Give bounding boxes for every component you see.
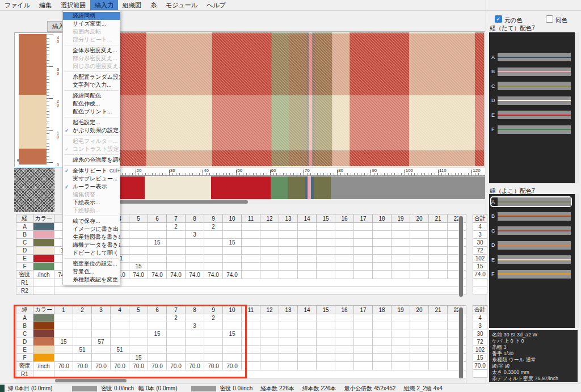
- value-cell[interactable]: [373, 255, 391, 263]
- value-cell[interactable]: [335, 354, 354, 362]
- value-cell[interactable]: 51: [73, 346, 92, 354]
- color-cell[interactable]: [33, 223, 54, 231]
- value-cell[interactable]: [242, 322, 260, 330]
- dropdown-item[interactable]: ✓かぶり効果の設定...: [63, 127, 120, 134]
- menubar-item[interactable]: ヘルプ: [202, 0, 230, 10]
- density-cell[interactable]: [391, 271, 410, 279]
- value-cell[interactable]: [92, 330, 111, 338]
- weft-swatch-E[interactable]: E: [491, 255, 571, 264]
- value-cell[interactable]: [429, 263, 448, 271]
- warp-swatch-A[interactable]: A: [491, 53, 571, 61]
- dropdown-item[interactable]: ✓全体リピートCtrl+R: [63, 167, 120, 175]
- value-cell[interactable]: [260, 239, 279, 247]
- value-cell[interactable]: [317, 247, 335, 255]
- value-cell[interactable]: [148, 247, 167, 255]
- value-cell[interactable]: [373, 354, 391, 362]
- value-cell[interactable]: [391, 223, 410, 231]
- dropdown-item[interactable]: 縞で保存...: [63, 217, 120, 225]
- value-cell[interactable]: 15: [54, 338, 73, 346]
- value-cell[interactable]: [298, 263, 317, 271]
- value-cell[interactable]: [167, 239, 186, 247]
- value-cell[interactable]: [223, 247, 242, 255]
- value-cell[interactable]: [391, 322, 410, 330]
- dropdown-item[interactable]: 糸配置ランダム設定...: [63, 73, 120, 81]
- value-cell[interactable]: [335, 255, 354, 263]
- table-hscrollbar[interactable]: [16, 378, 466, 383]
- value-cell[interactable]: [279, 314, 298, 322]
- value-cell[interactable]: [260, 338, 279, 346]
- value-cell[interactable]: [111, 322, 129, 330]
- density-cell[interactable]: [260, 362, 279, 370]
- warp-swatch-D[interactable]: D: [491, 96, 571, 105]
- value-cell[interactable]: [410, 247, 429, 255]
- value-cell[interactable]: [242, 223, 260, 231]
- value-cell[interactable]: 2: [204, 223, 223, 231]
- menubar-item[interactable]: 編集: [35, 0, 56, 10]
- value-cell[interactable]: [54, 354, 73, 362]
- density-cell[interactable]: 74.0: [204, 271, 223, 279]
- value-cell[interactable]: [335, 322, 354, 330]
- value-cell[interactable]: 2: [167, 223, 186, 231]
- value-cell[interactable]: [260, 314, 279, 322]
- value-cell[interactable]: [298, 247, 317, 255]
- value-cell[interactable]: [354, 314, 373, 322]
- density-cell[interactable]: [429, 271, 448, 279]
- weft-color-strip[interactable]: [19, 34, 47, 165]
- menubar-item[interactable]: 組織図: [118, 0, 146, 10]
- value-cell[interactable]: [92, 346, 111, 354]
- value-cell[interactable]: [279, 330, 298, 338]
- value-cell[interactable]: [186, 338, 204, 346]
- value-cell[interactable]: [279, 223, 298, 231]
- value-cell[interactable]: [260, 255, 279, 263]
- value-cell[interactable]: [373, 338, 391, 346]
- value-cell[interactable]: [279, 322, 298, 330]
- value-cell[interactable]: [148, 263, 167, 271]
- value-cell[interactable]: [167, 354, 186, 362]
- value-cell[interactable]: [298, 223, 317, 231]
- value-cell[interactable]: [186, 263, 204, 271]
- color-cell[interactable]: [33, 263, 54, 271]
- value-cell[interactable]: 15: [148, 330, 167, 338]
- warp-swatch-B[interactable]: B: [491, 68, 571, 76]
- value-cell[interactable]: [204, 330, 223, 338]
- density-cell[interactable]: [279, 271, 298, 279]
- menubar-item[interactable]: ファイル: [0, 0, 35, 10]
- value-cell[interactable]: [354, 354, 373, 362]
- warp-swatch-scrollbar[interactable]: [575, 32, 579, 183]
- value-cell[interactable]: [279, 346, 298, 354]
- dropdown-item[interactable]: サイズ変更...: [63, 20, 120, 28]
- value-cell[interactable]: [111, 354, 129, 362]
- value-cell[interactable]: [167, 338, 186, 346]
- density-cell[interactable]: [354, 271, 373, 279]
- dropdown-item[interactable]: 配色作成...: [63, 100, 120, 108]
- value-cell[interactable]: [298, 346, 317, 354]
- value-cell[interactable]: [279, 231, 298, 239]
- menubar-item[interactable]: 糸: [146, 0, 161, 10]
- value-cell[interactable]: [391, 255, 410, 263]
- value-cell[interactable]: [223, 255, 242, 263]
- value-cell[interactable]: [186, 314, 204, 322]
- value-cell[interactable]: [129, 223, 148, 231]
- dropdown-item[interactable]: 配色プリント...: [63, 108, 120, 116]
- value-cell[interactable]: [410, 263, 429, 271]
- value-cell[interactable]: [186, 223, 204, 231]
- value-cell[interactable]: [260, 322, 279, 330]
- density-cell[interactable]: 74.0: [223, 271, 242, 279]
- value-cell[interactable]: [391, 338, 410, 346]
- value-cell[interactable]: [148, 322, 167, 330]
- value-cell[interactable]: [242, 239, 260, 247]
- density-cell[interactable]: 70.0: [186, 362, 204, 370]
- value-cell[interactable]: [298, 239, 317, 247]
- preview-hscrollbar[interactable]: [68, 200, 485, 204]
- value-cell[interactable]: [129, 338, 148, 346]
- value-cell[interactable]: [129, 239, 148, 247]
- value-cell[interactable]: [167, 255, 186, 263]
- value-cell[interactable]: [298, 231, 317, 239]
- value-cell[interactable]: [260, 354, 279, 362]
- value-cell[interactable]: [429, 239, 448, 247]
- weft-swatch-F[interactable]: F: [491, 270, 571, 279]
- value-cell[interactable]: [391, 239, 410, 247]
- density-cell[interactable]: [242, 271, 260, 279]
- value-cell[interactable]: [429, 322, 448, 330]
- color-cell[interactable]: [33, 338, 54, 346]
